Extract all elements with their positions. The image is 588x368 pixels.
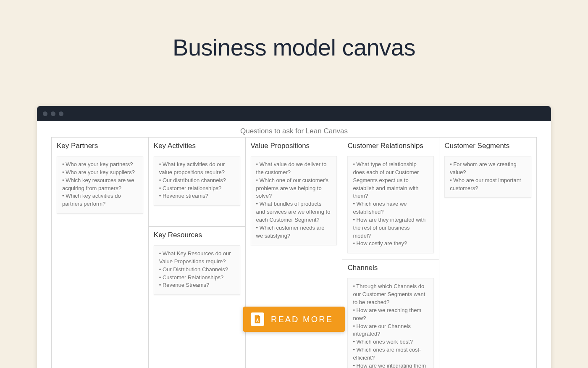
cell-customer-relationships: Customer Relationships • What type of re… (342, 138, 439, 259)
cell-title-key-partners: Key Partners (57, 142, 143, 150)
cell-customer-segments: Customer Segments • For whom are we crea… (439, 138, 536, 368)
list-item: • Customer relationships? (159, 185, 235, 193)
list-item: • Which ones work best? (353, 338, 428, 346)
list-item: • What value do we deliver to the custom… (256, 161, 332, 177)
cell-value-propositions: Value Propositions • What value do we de… (246, 138, 342, 368)
pdf-icon (251, 312, 264, 326)
card-key-activities: • What key activities do our value propo… (154, 156, 240, 206)
cell-key-activities: Key Activities • What key activities do … (149, 138, 245, 227)
browser-titlebar (37, 106, 551, 121)
cell-title-key-activities: Key Activities (154, 142, 240, 150)
canvas-subtitle: Questions to ask for Lean Canvas (51, 127, 537, 135)
cell-key-resources: Key Resources • What Key Resources do ou… (149, 227, 245, 368)
list-item: • Which one of our customer's problems a… (256, 177, 332, 201)
list-item: • Who are your key partners? (62, 161, 138, 169)
list-item: • What bundles of products and services … (256, 200, 332, 224)
card-customer-relationships: • What type of relationship does each of… (347, 156, 434, 253)
list-item: • How are we reaching them now? (353, 307, 428, 323)
card-key-partners: • Who are your key partners? • Who are y… (57, 156, 143, 214)
list-item: • Our distribution channels? (159, 177, 235, 185)
list-item: • Who are our most important customers? (450, 177, 526, 193)
list-item: • Our Distribution Channels? (159, 266, 235, 274)
list-item: • Which ones have we established? (353, 200, 428, 216)
col-relationships-channels: Customer Relationships • What type of re… (342, 138, 439, 368)
list-item: • How are our Channels integrated? (353, 323, 428, 339)
cell-title-customer-relationships: Customer Relationships (347, 142, 434, 150)
read-more-button[interactable]: READ MORE (243, 307, 345, 332)
col-value-propositions: Value Propositions • What value do we de… (246, 138, 343, 368)
cell-title-customer-segments: Customer Segments (444, 142, 531, 150)
list-item: • For whom are we creating value? (450, 161, 526, 177)
list-item: • How are we integrating them with custo… (353, 362, 428, 368)
list-item: • How costly are they? (353, 240, 428, 248)
cell-title-value-propositions: Value Propositions (251, 142, 337, 150)
list-item: • Which key activities do partners perfo… (62, 192, 138, 208)
card-customer-segments: • For whom are we creating value? • Who … (444, 156, 531, 198)
traffic-light-zoom-icon (59, 111, 63, 116)
list-item: • What Key Resources do our Value Propos… (159, 250, 235, 266)
card-channels: • Through which Channels do our Customer… (347, 278, 434, 368)
list-item: • How are they integrated with the rest … (353, 216, 428, 240)
cell-key-partners: Key Partners • Who are your key partners… (52, 138, 148, 368)
list-item: • Which key resources are we acquiring f… (62, 177, 138, 193)
list-item: • Revenue Streams? (159, 281, 235, 289)
cell-title-key-resources: Key Resources (154, 231, 240, 239)
list-item: • What type of relationship does each of… (353, 161, 428, 200)
col-customer-segments: Customer Segments • For whom are we crea… (439, 138, 536, 368)
list-item: • Which ones are most cost-efficient? (353, 346, 428, 362)
cell-title-channels: Channels (347, 264, 434, 272)
list-item: • Through which Channels do our Customer… (353, 283, 428, 307)
read-more-label: READ MORE (271, 315, 333, 324)
col-activities-resources: Key Activities • What key activities do … (149, 138, 246, 368)
cell-channels: Channels • Through which Channels do our… (342, 259, 439, 368)
card-value-propositions: • What value do we deliver to the custom… (251, 156, 337, 245)
list-item: • Customer Relationships? (159, 274, 235, 282)
col-key-partners: Key Partners • Who are your key partners… (52, 138, 149, 368)
list-item: • Which customer needs are we satisfying… (256, 224, 332, 240)
list-item: • Who are your key suppliers? (62, 169, 138, 177)
card-key-resources: • What Key Resources do our Value Propos… (154, 245, 240, 295)
traffic-light-close-icon (43, 111, 47, 116)
list-item: • Revenue streams? (159, 192, 235, 200)
page-title: Business model canvas (0, 0, 588, 61)
canvas-grid: Key Partners • Who are your key partners… (51, 137, 537, 368)
traffic-light-minimize-icon (51, 111, 55, 116)
list-item: • What key activities do our value propo… (159, 161, 235, 177)
